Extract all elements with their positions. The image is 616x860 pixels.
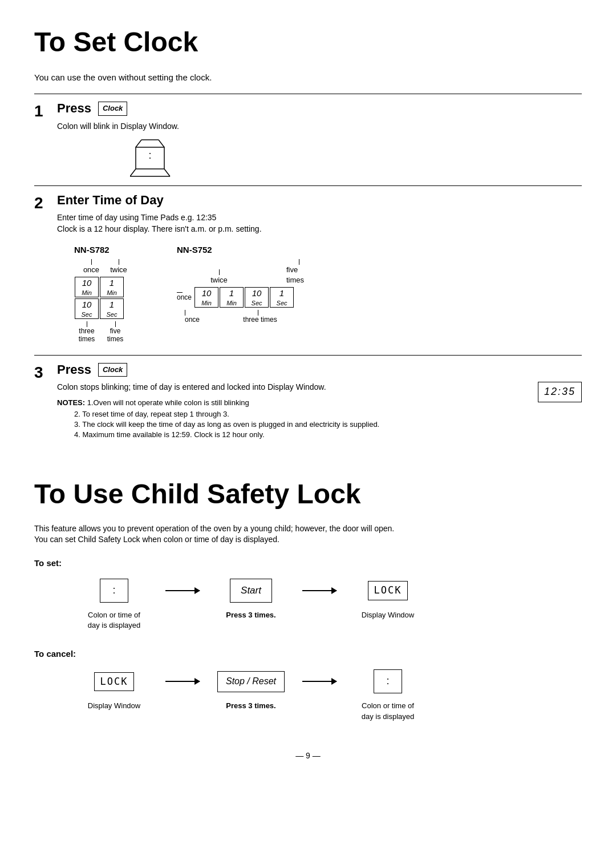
step-3-desc-main: Colon stops blinking; time of day is ent…: [57, 382, 526, 393]
set-flow-step1: Colon or time ofday is displayed: [68, 574, 160, 631]
step-2-desc-1: Enter time of day using Time Pads e.g. 1…: [57, 213, 216, 222]
timepads-area: NN-S782 once twice 10: [74, 244, 582, 344]
clock-key-1[interactable]: Clock: [98, 102, 127, 115]
cancel-flow-step1: LOCK Display Window: [68, 664, 160, 711]
set-press3-label: Press 3 times.: [226, 611, 275, 619]
step1-display-area: :: [91, 137, 181, 180]
nn752-once-label: once: [177, 293, 192, 302]
set-flow-step2: Start Press 3 times.: [205, 574, 297, 620]
nn782-boxes: 10 Min 1 Min 10 Sec: [74, 276, 124, 320]
step-2-label: Enter Time of Day: [57, 192, 582, 209]
cancel-colon-display: [374, 669, 402, 693]
clock-key-3[interactable]: Clock: [98, 363, 127, 377]
step-2-title: Enter Time of Day: [57, 192, 164, 209]
nn752-10min: 10 Min: [194, 287, 218, 308]
intro-clock: You can use the oven without setting the…: [34, 71, 582, 83]
set-arrow-1: [160, 574, 205, 608]
note-4: 4. Maximum time available is 12:59. Cloc…: [74, 430, 526, 440]
notes-list: 2. To reset time of day, repeat step 1 t…: [74, 409, 526, 441]
cancel-flow-step2: Stop / Reset Press 3 times.: [205, 664, 297, 711]
svg-text::: :: [148, 150, 151, 161]
cancel-arrow-2: [297, 664, 342, 699]
cancel-step3-label: Colon or time ofday is displayed: [362, 701, 415, 721]
nn782-once-label: once: [83, 265, 99, 275]
cancel-flow-step3: Colon or time ofday is displayed: [342, 664, 433, 721]
display-window-svg: :: [130, 137, 181, 180]
display-time-1235: 12:35: [538, 382, 582, 402]
nn782-1sec: 1 Sec: [100, 298, 124, 319]
svg-line-1: [136, 140, 141, 147]
nn752-five-times-top: five times: [286, 265, 311, 285]
set-colon-display: [100, 579, 128, 603]
nn752-title: NN-S752: [177, 244, 212, 256]
stopreset-button-display[interactable]: Stop / Reset: [217, 671, 285, 692]
step-2-desc: Enter time of day using Time Pads e.g. 1…: [57, 212, 582, 235]
to-cancel-flow: LOCK Display Window Stop / Reset Press 3…: [68, 664, 582, 721]
child-intro: This feature allows you to prevent opera…: [34, 523, 582, 546]
step-3-display: 12:35: [538, 382, 582, 402]
nn782-five-times: five times: [103, 321, 128, 344]
step-2-content: Enter Time of Day Enter time of day usin…: [57, 192, 582, 344]
divider-step2: [34, 185, 582, 186]
nn782-title: NN-S782: [74, 244, 110, 256]
svg-line-2: [159, 140, 164, 147]
lock-display-set: LOCK: [368, 581, 408, 600]
step-3-desc-area: Colon stops blinking; time of day is ent…: [57, 382, 582, 440]
step-number-1: 1: [34, 100, 57, 122]
nn752-1sec: 1 Sec: [270, 287, 294, 308]
child-safety-section: To Use Child Safety Lock This feature al…: [34, 475, 582, 722]
step-number-3: 3: [34, 361, 57, 383]
step-3: 3 Press Clock Colon stops blinking; time…: [34, 361, 582, 441]
step-3-press-text: Press: [57, 361, 91, 379]
step-1-desc: Colon will blink in Display Window.: [57, 121, 582, 132]
step-1-press-text: Press: [57, 100, 91, 118]
step-3-desc-text: Colon stops blinking; time of day is ent…: [57, 382, 526, 440]
nn782-row1: 10 Min 1 Min: [74, 276, 124, 298]
cancel-step2-label: Press 3 times.: [226, 701, 275, 711]
note-3: 3. The clock will keep the time of day a…: [74, 419, 526, 430]
nn752-group: NN-S752 twice five times: [177, 244, 311, 324]
set-step2-label: Press 3 times.: [226, 610, 275, 620]
nn752-top-labels: twice five times: [206, 259, 311, 285]
step-1-label: Press Clock: [57, 100, 582, 118]
lock-display-cancel: LOCK: [94, 672, 135, 692]
nn782-top-labels: once twice: [79, 259, 131, 275]
nn752-once-area: once: [177, 286, 192, 308]
nn782-1min: 1 Min: [100, 277, 124, 297]
to-set-flow: Colon or time ofday is displayed Start P…: [68, 574, 582, 631]
to-set-label: To set:: [34, 557, 582, 569]
step-1: 1 Press Clock Colon will blink in Displa…: [34, 100, 582, 179]
step-1-content: Press Clock Colon will blink in Display …: [57, 100, 582, 179]
nn752-10sec: 10 Sec: [245, 287, 269, 308]
step-2: 2 Enter Time of Day Enter time of day us…: [34, 192, 582, 344]
nn752-three-times: three times: [235, 310, 285, 324]
nn782-group: NN-S782 once twice 10: [74, 244, 131, 344]
notes-block: NOTES: 1.Oven will not operate while col…: [57, 398, 526, 441]
set-arrow-2: [297, 574, 342, 608]
nn782-row2: 10 Sec 1 Sec: [74, 298, 124, 320]
svg-line-6: [164, 169, 170, 176]
cancel-press3-label: Press 3 times.: [226, 701, 275, 710]
step-number-2: 2: [34, 192, 57, 214]
note-2: 2. To reset time of day, repeat step 1 t…: [74, 409, 526, 419]
nn752-bottom-labels: once three times: [177, 310, 285, 324]
page-number: — 9 —: [34, 750, 582, 762]
set-flow-step3: LOCK Display Window: [342, 574, 433, 620]
nn782-three-times: three times: [74, 321, 99, 344]
cancel-step1-label: Display Window: [88, 701, 140, 711]
nn782-10min: 10 Min: [75, 277, 99, 297]
divider-step3: [34, 355, 582, 356]
nn752-once-bottom: once: [185, 310, 235, 324]
nn752-twice-label: twice: [210, 275, 228, 285]
step-3-label: Press Clock: [57, 361, 582, 379]
nn752-boxes: 10 Min 1 Min 10 Sec 1 Se: [194, 286, 294, 308]
cancel-arrow-1: [160, 664, 205, 699]
start-button-display[interactable]: Start: [230, 579, 272, 603]
to-cancel-label: To cancel:: [34, 648, 582, 660]
svg-line-5: [130, 169, 136, 176]
nn782-10sec: 10 Sec: [75, 298, 99, 319]
nn752-boxes-row: once 10 Min 1 Min 10: [177, 286, 294, 308]
nn752-1min: 1 Min: [220, 287, 244, 308]
note-1: 1.Oven will not operate while colon is s…: [87, 398, 249, 407]
set-step1-label: Colon or time ofday is displayed: [88, 610, 141, 631]
